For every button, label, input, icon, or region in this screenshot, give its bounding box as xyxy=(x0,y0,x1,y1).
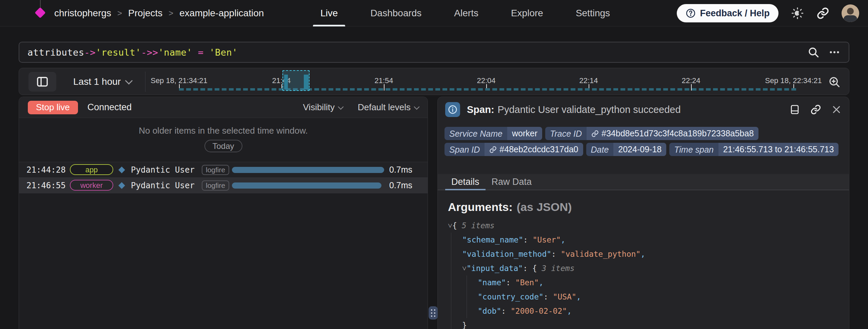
tab-dashboards[interactable]: Dashboards xyxy=(370,0,421,26)
log-row[interactable]: 21:44:28 app Pydantic User logfire 0.7ms xyxy=(19,162,428,178)
share-link-icon[interactable] xyxy=(816,7,829,20)
span-metadata: Service Name worker Trace ID #34bd8e51d7… xyxy=(445,127,839,156)
json-line: "name": "Ben", xyxy=(448,275,842,290)
row-timestamp: 21:46:55 xyxy=(26,181,66,190)
tab-settings[interactable]: Settings xyxy=(576,0,610,26)
top-nav: christophergs > Projects > example-appli… xyxy=(0,0,868,26)
span-name: Pydantic User xyxy=(131,165,195,175)
row-timestamp: 21:44:28 xyxy=(26,165,66,175)
query-input[interactable]: attributes->'result'->>'name' = 'Ben' xyxy=(27,47,807,58)
timeline-selection-region[interactable] xyxy=(282,70,310,91)
log-row-selected[interactable]: 21:46:55 worker Pydantic User logfire 0.… xyxy=(19,178,428,193)
duration-bar xyxy=(232,182,381,189)
split-pane-icon[interactable] xyxy=(789,104,800,115)
avatar-silhouette xyxy=(847,8,854,15)
json-line[interactable]: ˅"input_data": { 3 items xyxy=(448,261,842,275)
json-line: "schema_name": "User", xyxy=(448,233,842,247)
search-icon[interactable] xyxy=(807,46,820,58)
scope-badge: logfire xyxy=(202,165,229,175)
live-toolbar: Stop live Connected Visibility Default l… xyxy=(19,97,428,118)
time-range-dropdown[interactable]: Last 1 hour xyxy=(73,68,132,95)
chevron-down-icon xyxy=(338,104,343,110)
json-line: } xyxy=(448,318,842,329)
duration-label: 0.7ms xyxy=(389,165,412,175)
breadcrumb-project-name[interactable]: example-application xyxy=(179,8,264,19)
duration-label: 0.7ms xyxy=(389,180,412,190)
today-button[interactable]: Today xyxy=(204,140,242,152)
more-options-icon[interactable] xyxy=(828,46,841,58)
logo-stem xyxy=(40,0,41,8)
chevron-down-icon xyxy=(125,77,133,85)
zoom-in-icon[interactable] xyxy=(828,76,841,89)
breadcrumb-separator-icon: > xyxy=(169,8,173,18)
log-rows: 21:44:28 app Pydantic User logfire 0.7ms… xyxy=(19,162,428,193)
scope-badge: logfire xyxy=(202,180,229,191)
span-detail-panel: Span:Pydantic User validate_python succe… xyxy=(437,97,849,329)
stop-live-button[interactable]: Stop live xyxy=(28,101,78,114)
json-line: "dob": "2000-02-02", xyxy=(448,304,842,318)
breadcrumb-projects[interactable]: Projects xyxy=(128,8,162,19)
time-span-badge: Time span 21:46:55.713 to 21:46:55.713 xyxy=(669,143,839,156)
date-badge: Date 2024-09-18 xyxy=(586,143,667,156)
tab-live[interactable]: Live xyxy=(320,0,338,26)
sidebar-toggle-icon[interactable] xyxy=(28,72,56,92)
json-line: "validation_method": "validate_python", xyxy=(448,247,842,261)
nav-tabs: Live Dashboards Alerts Explore Settings xyxy=(320,0,610,26)
logo-diamond-icon xyxy=(35,7,46,18)
tag-badge-worker: worker xyxy=(70,180,113,191)
timeline-panel: Last 1 hour Sep 18, 21:34:21 21:44 21:54… xyxy=(19,68,849,95)
tab-explore[interactable]: Explore xyxy=(511,0,543,26)
feedback-help-button[interactable]: Feedback / Help xyxy=(677,4,778,22)
link-icon xyxy=(489,146,497,153)
breadcrumb-separator-icon: > xyxy=(117,8,122,18)
close-icon[interactable] xyxy=(831,104,842,115)
json-line[interactable]: ˅{ 5 items xyxy=(448,218,842,233)
live-view-panel: Stop live Connected Visibility Default l… xyxy=(19,97,428,329)
tab-alerts[interactable]: Alerts xyxy=(454,0,478,26)
span-id-badge[interactable]: Span ID #48eb2cdcdc317da0 xyxy=(445,143,583,156)
query-bar[interactable]: attributes->'result'->>'name' = 'Ben' xyxy=(19,42,849,63)
histogram-bar xyxy=(284,75,288,90)
span-name: Pydantic User xyxy=(131,181,195,190)
timeline-histogram-baseline[interactable] xyxy=(179,88,796,91)
breadcrumb-org[interactable]: christophergs xyxy=(54,8,111,19)
trace-id-badge[interactable]: Trace ID #34bd8e51d73c3f4c8a189b72338a5b… xyxy=(545,127,758,140)
nav-right-actions: Feedback / Help xyxy=(677,0,859,26)
divider xyxy=(145,72,145,92)
logfire-logo[interactable] xyxy=(36,0,45,26)
histogram-bar xyxy=(304,75,309,90)
chevron-down-icon xyxy=(414,104,420,110)
breadcrumb: christophergs > Projects > example-appli… xyxy=(54,0,264,26)
json-tree-viewer: ˅{ 5 items "schema_name": "User", "valid… xyxy=(448,218,842,329)
default-levels-dropdown[interactable]: Default levels xyxy=(358,102,419,113)
service-name-badge: Service Name worker xyxy=(445,127,542,140)
duration-bar xyxy=(232,167,384,173)
detail-tabs: Details Raw Data xyxy=(438,174,849,190)
user-avatar[interactable] xyxy=(842,4,859,22)
theme-toggle-icon[interactable] xyxy=(791,6,804,20)
copy-link-icon[interactable] xyxy=(810,104,821,115)
connection-status: Connected xyxy=(87,102,132,113)
arguments-heading: Arguments:(as JSON) xyxy=(448,200,572,214)
help-circle-icon xyxy=(686,8,696,18)
span-title: Span:Pydantic User validate_python succe… xyxy=(467,104,681,115)
json-line: "country_code": "USA", xyxy=(448,290,842,304)
visibility-dropdown[interactable]: Visibility xyxy=(303,102,342,113)
empty-state-message: No older items in the selected time wind… xyxy=(19,125,428,136)
span-diamond-icon xyxy=(118,167,125,173)
tab-raw-data[interactable]: Raw Data xyxy=(486,174,538,190)
span-detail-header: Span:Pydantic User validate_python succe… xyxy=(438,97,849,122)
panel-resize-handle[interactable] xyxy=(429,306,438,320)
link-icon xyxy=(591,130,599,137)
info-icon xyxy=(445,102,460,117)
tag-badge-app: app xyxy=(70,164,113,175)
tab-details[interactable]: Details xyxy=(445,174,486,190)
span-diamond-icon xyxy=(118,182,125,189)
